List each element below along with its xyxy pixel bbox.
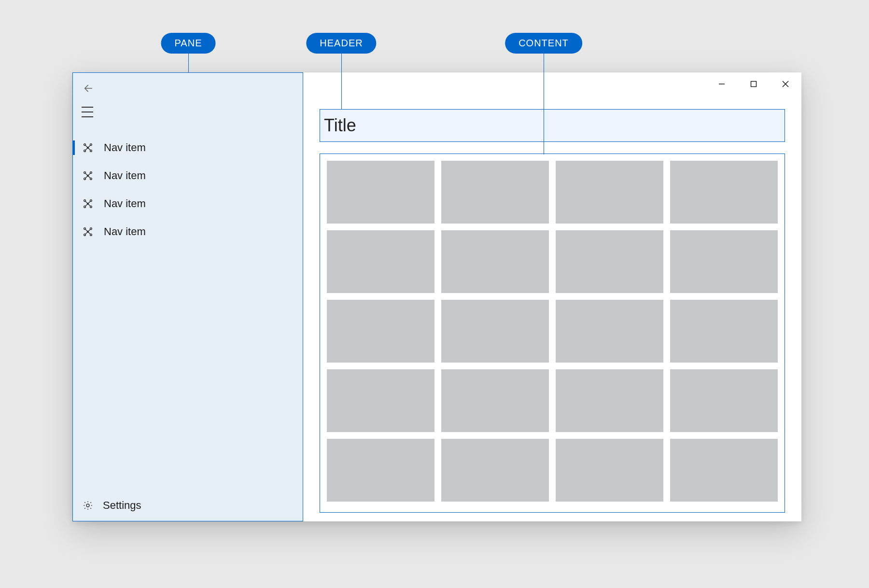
hamburger-line: [82, 107, 93, 108]
nav-item[interactable]: Nav item: [73, 162, 303, 190]
content-tile[interactable]: [441, 439, 549, 502]
nav-item-icon: [83, 142, 93, 153]
content-tile[interactable]: [441, 300, 549, 363]
svg-line-16: [85, 177, 87, 178]
main-area: Title: [303, 72, 801, 521]
nav-item[interactable]: Nav item: [73, 190, 303, 218]
minimize-button[interactable]: [706, 72, 738, 96]
hamburger-line: [82, 116, 93, 117]
nav-item-icon: [83, 226, 93, 237]
content-tile[interactable]: [327, 161, 434, 224]
nav-item[interactable]: Nav item: [73, 134, 303, 162]
svg-line-33: [89, 229, 90, 231]
annotation-pill-pane: PANE: [161, 33, 216, 54]
content-tile[interactable]: [556, 230, 663, 293]
annotation-leader: [188, 53, 189, 72]
svg-line-14: [85, 173, 87, 175]
content-tile[interactable]: [670, 230, 778, 293]
content-grid: [327, 161, 778, 502]
maximize-icon: [750, 81, 757, 87]
svg-line-17: [89, 177, 90, 178]
nav-list: Nav item Nav item Nav item Nav item: [73, 134, 303, 246]
pane-top: [73, 73, 303, 120]
content-tile[interactable]: [670, 161, 778, 224]
svg-point-36: [86, 504, 89, 507]
nav-item-label: Nav item: [104, 197, 146, 210]
minimize-icon: [718, 81, 725, 87]
settings-label: Settings: [103, 499, 141, 512]
svg-line-26: [89, 205, 90, 206]
hamburger-button[interactable]: [82, 107, 95, 117]
content-tile[interactable]: [441, 369, 549, 432]
settings-item[interactable]: Settings: [73, 490, 303, 521]
back-arrow-icon: [83, 83, 94, 94]
nav-item-label: Nav item: [104, 141, 146, 154]
page-header: Title: [320, 109, 785, 142]
nav-item[interactable]: Nav item: [73, 218, 303, 246]
hamburger-line: [82, 112, 93, 112]
content-area: [320, 154, 785, 513]
nav-item-icon: [83, 170, 93, 181]
svg-line-23: [85, 201, 87, 203]
annotation-pill-content: CONTENT: [505, 33, 582, 54]
svg-line-7: [85, 149, 87, 150]
svg-rect-38: [751, 82, 757, 87]
annotation-pill-header: HEADER: [306, 33, 376, 54]
content-tile[interactable]: [327, 300, 434, 363]
close-icon: [782, 81, 789, 87]
gear-icon: [83, 500, 93, 511]
svg-line-15: [89, 173, 90, 175]
svg-line-32: [85, 229, 87, 231]
svg-line-5: [85, 145, 87, 147]
content-tile[interactable]: [556, 369, 663, 432]
content-tile[interactable]: [556, 439, 663, 502]
page-title: Title: [324, 115, 356, 136]
svg-line-6: [89, 145, 90, 147]
svg-line-24: [89, 201, 90, 203]
content-tile[interactable]: [441, 161, 549, 224]
nav-item-icon: [83, 198, 93, 209]
maximize-button[interactable]: [738, 72, 770, 96]
svg-line-25: [85, 205, 87, 206]
svg-line-35: [89, 233, 90, 234]
nav-item-label: Nav item: [104, 169, 146, 182]
content-tile[interactable]: [670, 369, 778, 432]
window-controls: [706, 72, 801, 96]
content-tile[interactable]: [556, 161, 663, 224]
navigation-pane: Nav item Nav item Nav item Nav item Sett…: [72, 72, 303, 521]
content-tile[interactable]: [327, 369, 434, 432]
nav-item-label: Nav item: [104, 225, 146, 238]
content-tile[interactable]: [327, 230, 434, 293]
content-tile[interactable]: [327, 439, 434, 502]
content-tile[interactable]: [556, 300, 663, 363]
back-button[interactable]: [82, 82, 95, 95]
svg-line-34: [85, 233, 87, 234]
close-button[interactable]: [770, 72, 801, 96]
svg-line-8: [89, 149, 90, 150]
content-tile[interactable]: [670, 439, 778, 502]
app-window: Nav item Nav item Nav item Nav item Sett…: [72, 72, 801, 521]
content-tile[interactable]: [670, 300, 778, 363]
content-tile[interactable]: [441, 230, 549, 293]
